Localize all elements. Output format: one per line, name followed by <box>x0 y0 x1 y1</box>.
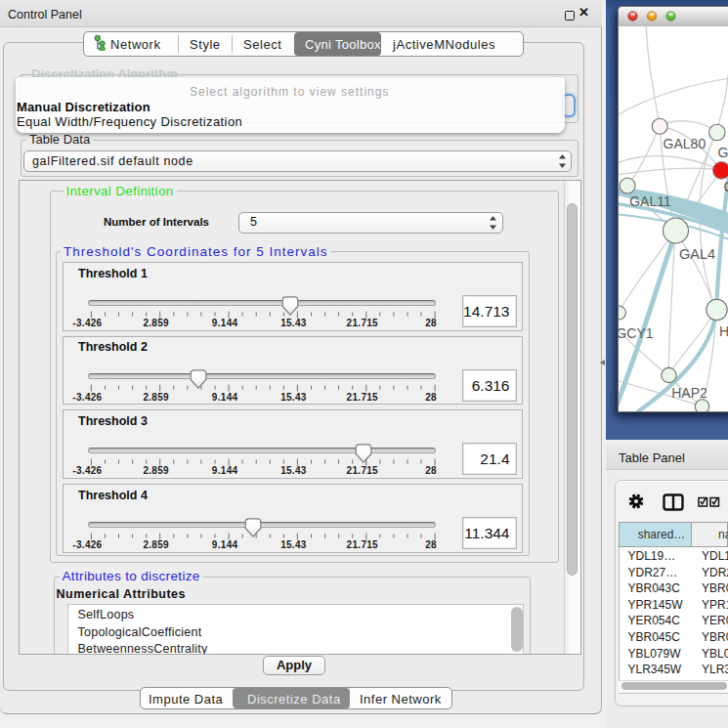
svg-text:HIS4: HIS4 <box>719 323 728 339</box>
svg-text:GAL80: GAL80 <box>664 136 707 151</box>
svg-text:GCY1: GCY1 <box>619 325 654 341</box>
svg-text:CDC25: CDC25 <box>724 179 728 194</box>
svg-text:GAL11: GAL11 <box>629 193 671 209</box>
svg-text:GAL4: GAL4 <box>679 246 715 262</box>
svg-text:GAL2: GAL2 <box>718 145 728 160</box>
svg-text:HAP2: HAP2 <box>671 385 707 401</box>
